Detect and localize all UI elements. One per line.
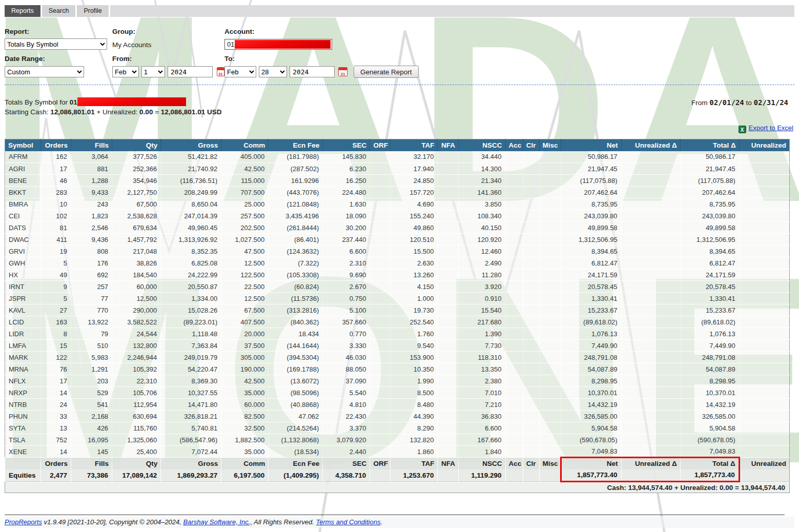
date-range-select[interactable]: Custom [5,66,84,77]
table-row: DATS812,546679,63449,960.45202.500(261.8… [5,222,790,234]
to-calendar-icon[interactable] [338,67,347,76]
cell [539,399,561,411]
cell [523,257,539,269]
cell: 7,449.90 [680,340,739,352]
table-row: GRVI19808217,0488,352.3547.500(124.3632)… [5,245,790,257]
cell [739,269,789,281]
cell: 17 [41,375,71,387]
cell: 25,400 [112,446,161,458]
tab-search[interactable]: Search [42,5,76,17]
cell: 1,291 [71,363,112,375]
cell: 692 [71,269,112,281]
account-input[interactable]: 01 [224,39,332,50]
cell: 46 [41,175,71,187]
cell [621,163,680,175]
cell [370,281,391,293]
to-month-select[interactable]: Feb [224,66,256,77]
from-calendar-icon[interactable] [217,67,224,76]
cell: 8,394.65 [561,245,621,257]
cell: 42.500 [221,375,269,387]
cell: 5,983 [71,352,112,363]
cell: 243,039.80 [561,210,621,222]
cell: 10,370.01 [680,387,739,399]
cell: 22.500 [221,281,269,293]
cell: 12.500 [221,293,269,304]
footer-column-header: Unrealized [739,458,789,469]
cell [505,399,523,411]
cell [621,316,680,328]
cell: 1,312,506.95 [680,234,739,245]
tab-reports[interactable]: Reports [5,5,40,17]
cell [739,316,789,328]
cell: 15.540 [459,304,505,316]
tab-profile[interactable]: Profile [77,5,108,17]
company-link[interactable]: Barshay Software, Inc., [183,518,252,526]
starting-cash-label: Starting Cash: [5,108,49,116]
symbol-cell: NTRB [5,399,41,411]
cell: 1,312,506.95 [561,234,621,245]
from-month-select[interactable]: Feb [112,66,139,77]
cell: 249,019.79 [161,352,221,363]
cell [370,187,391,198]
footer-divider [5,515,785,515]
cell [523,340,539,352]
cell: 207,462.64 [561,187,621,198]
totals-cell: 17,089,142 [112,469,161,482]
cell [438,352,459,363]
generate-report-button[interactable]: Generate Report [354,66,419,78]
cell: 679,634 [112,222,161,234]
cell: 155.240 [391,210,438,222]
table-row: LIDR87924,5441,118.4820.00018.4340.7701.… [5,328,790,340]
cell [539,175,561,187]
cell [438,399,459,411]
cell [370,375,391,387]
export-to-excel-link[interactable]: Export to Excel [749,124,793,132]
column-header-symbol: Symbol [5,139,41,151]
page-title: Totals By Symbol for 01 [5,97,221,107]
cell: 10,370.01 [561,387,621,399]
cell: 22,310 [112,375,161,387]
column-header-sec: SEC [323,139,370,151]
symbol-cell: BMRA [5,198,41,210]
to-day-select[interactable]: 28 [259,66,287,77]
terms-link[interactable]: Terms and Conditions [316,518,380,526]
to-year-input[interactable] [290,66,335,77]
from-day-select[interactable]: 1 [141,66,165,77]
totals-by-symbol-table: SymbolOrdersFillsQtyGrossCommEcn FeeSECO… [5,139,790,493]
cell: 3.850 [459,198,505,210]
cell: 7.730 [459,340,505,352]
footer-column-header: SEC [323,458,370,469]
totals-row: Equities2,47773,38617,089,1421,869,293.2… [5,469,790,482]
cell: 5,904.58 [680,422,739,434]
cell [739,422,789,434]
symbol-cell: LMFA [5,340,41,352]
cell: 252,366 [112,163,161,175]
cell: 252.540 [391,316,438,328]
report-select[interactable]: Totals By Symbol [5,38,107,50]
cell [523,399,539,411]
from-year-input[interactable] [168,66,213,77]
cell [739,434,789,446]
cell: (287.502) [269,163,323,175]
cell: 14,432.19 [561,399,621,411]
cell [523,151,539,163]
table-row: IRNT925760,00020,550.8722.500(60.824)2.6… [5,281,790,293]
cell [370,399,391,411]
totals-cell: (1,409.295) [269,469,323,482]
symbol-cell: BKKT [5,187,41,198]
propreports-link[interactable]: PropReports [5,518,42,526]
cell [621,198,680,210]
cell [438,375,459,387]
cell: 16.250 [323,175,370,187]
totals-cell [621,469,680,482]
cell: (214.5264) [269,422,323,434]
cell: 132.820 [391,434,438,446]
cell: 1,118.48 [161,328,221,340]
cell [505,316,523,328]
cell: 2,546 [71,222,112,234]
cell: 8,735.95 [680,198,739,210]
cell: 67,500 [112,198,161,210]
cell: 51,421.82 [161,151,221,163]
symbol-cell: DATS [5,222,41,234]
cell [539,446,561,458]
